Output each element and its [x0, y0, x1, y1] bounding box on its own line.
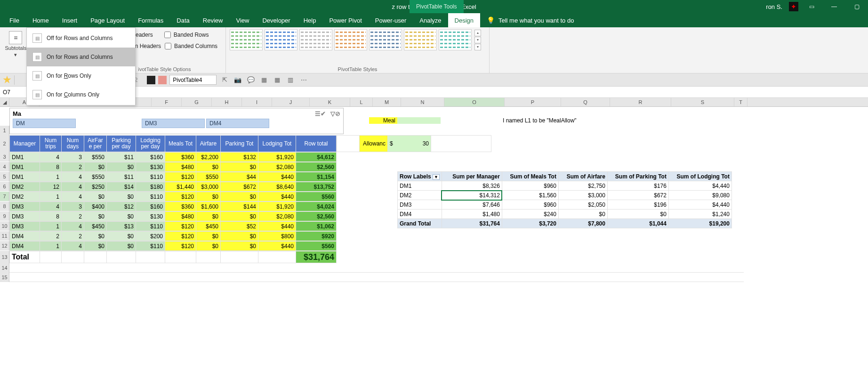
tab-powerpivot[interactable]: Power Pivot [322, 13, 368, 27]
cell[interactable]: $0 [221, 232, 258, 241]
cell[interactable]: $120 [165, 172, 196, 182]
cell[interactable]: $250 [84, 182, 107, 192]
cell[interactable]: 1 [40, 172, 62, 182]
col-header[interactable]: S [671, 98, 734, 106]
cell[interactable]: $2,080 [258, 162, 296, 172]
cell-meal-blank[interactable] [397, 117, 441, 124]
hdr-numdays[interactable]: Num days [62, 136, 84, 152]
color-swatch-pink[interactable] [158, 76, 167, 84]
pivot-cell[interactable]: $4,440 [668, 200, 731, 210]
cell[interactable]: $2,080 [258, 212, 296, 221]
hdr-parkingperday[interactable]: Parking per day [107, 136, 136, 152]
pivottable[interactable]: Row Labels ▼ Sum per Manager Sum of Meal… [397, 171, 732, 228]
cell[interactable]: $180 [136, 182, 165, 192]
style-thumb[interactable] [369, 29, 402, 50]
cell[interactable]: 2 [62, 232, 84, 241]
cell[interactable]: $360 [165, 153, 196, 162]
cell[interactable]: $0 [196, 242, 221, 251]
tab-pagelayout[interactable]: Page Layout [84, 13, 131, 27]
pivot-grand-label[interactable]: Grand Total [398, 219, 442, 228]
cell[interactable]: $110 [136, 192, 165, 202]
pivot-cell[interactable]: $7,646 [442, 200, 502, 210]
pivot-hdr[interactable]: Sum of Meals Tot [502, 172, 558, 181]
style-thumb[interactable] [334, 29, 367, 50]
cell[interactable]: $0 [221, 242, 258, 251]
restore-button[interactable]: ▢ [847, 0, 866, 13]
cell[interactable]: $560 [296, 192, 337, 202]
pivot-cell[interactable]: $672 [607, 191, 668, 200]
banded-columns-check[interactable]: Banded Columns [165, 42, 217, 50]
cell[interactable]: $450 [196, 222, 221, 231]
cell-meal-label2[interactable]: Allowanc [360, 136, 388, 152]
ribbon-display-options[interactable]: ▭ [802, 0, 821, 13]
pivot-cell[interactable]: DM3 [398, 200, 442, 210]
cell[interactable]: $130 [136, 162, 165, 172]
cell[interactable]: 1 [40, 222, 62, 231]
col-header[interactable]: J [272, 98, 310, 106]
cell[interactable]: $0 [84, 232, 107, 241]
tab-poweruser[interactable]: Power-user [369, 13, 413, 27]
cell[interactable]: $11 [107, 153, 136, 162]
qat-star-icon[interactable] [3, 76, 11, 84]
pivot-cell[interactable]: $0 [558, 210, 607, 219]
cell[interactable]: $1,062 [296, 222, 337, 231]
cell[interactable]: $0 [196, 212, 221, 221]
slicer-button[interactable]: DM3 [142, 119, 205, 128]
cell[interactable]: $0 [221, 212, 258, 221]
pivot-cell[interactable]: $2,050 [558, 200, 607, 210]
hdr-airfareper[interactable]: AirFar e per [84, 136, 107, 152]
pivot-rowlabels[interactable]: Row Labels ▼ [398, 172, 442, 181]
slicer-button[interactable]: DM [13, 119, 76, 128]
cell[interactable]: $160 [136, 202, 165, 211]
cell[interactable]: $0 [196, 162, 221, 172]
cell[interactable]: $130 [136, 212, 165, 221]
grand-totals-off[interactable]: ▤Off for Rows and Columns [27, 29, 135, 48]
cell[interactable]: $0 [107, 242, 136, 251]
pivot-grand-meals[interactable]: $3,720 [502, 219, 558, 228]
freeze2-icon[interactable]: ▦ [272, 75, 282, 85]
cell[interactable]: 4 [62, 242, 84, 251]
hdr-mealstot[interactable]: Meals Tot [165, 136, 196, 152]
cell[interactable]: $0 [107, 162, 136, 172]
col-header-active[interactable]: O [444, 98, 505, 106]
cell[interactable]: $560 [296, 242, 337, 251]
cell[interactable]: DM1 [10, 162, 40, 172]
cell[interactable]: DM2 [10, 192, 40, 202]
cell[interactable]: DM3 [10, 202, 40, 211]
cell[interactable]: 12 [40, 182, 62, 192]
tab-insert[interactable]: Insert [56, 13, 84, 27]
cell[interactable]: $440 [258, 172, 296, 182]
cell[interactable]: $440 [258, 192, 296, 202]
pivottable-name-box[interactable]: PivotTable4 [169, 75, 217, 85]
pivot-cell[interactable]: DM4 [398, 210, 442, 219]
cell[interactable]: $2,560 [296, 212, 337, 221]
pivot-hdr[interactable]: Sum of Lodging Tot [668, 172, 731, 181]
pivot-cell[interactable]: $8,326 [442, 181, 502, 191]
hdr-rowtotal[interactable]: Row total [296, 136, 337, 152]
hdr-lodgingperday[interactable]: Lodging per day [136, 136, 165, 152]
col-header[interactable]: I [242, 98, 272, 106]
cell[interactable]: $0 [107, 192, 136, 202]
select-all-triangle[interactable]: ◢ [0, 98, 9, 106]
subtotals-button[interactable]: ≡Subtotals▾ [4, 29, 28, 65]
cell[interactable]: $920 [296, 232, 337, 241]
cell[interactable]: $14 [107, 182, 136, 192]
tab-formulas[interactable]: Formulas [131, 13, 170, 27]
cell[interactable]: $0 [196, 232, 221, 241]
cell[interactable]: $0 [107, 212, 136, 221]
cell[interactable]: $3,000 [196, 182, 221, 192]
grand-totals-on-rows-cols[interactable]: ▤On for Rows and Columns [27, 48, 135, 66]
col-header[interactable]: N [401, 98, 444, 106]
cell[interactable]: 3 [62, 153, 84, 162]
pivot-grand-lodge[interactable]: $19,200 [668, 219, 731, 228]
grand-totals-on-cols[interactable]: ▤On for Columns Only [27, 85, 135, 104]
pivot-hdr[interactable]: Sum per Manager [442, 172, 502, 181]
freeze-icon[interactable]: ▦ [259, 75, 269, 85]
pivot-cell[interactable]: $2,750 [558, 181, 607, 191]
cell[interactable]: $120 [165, 242, 196, 251]
pivot-cell[interactable]: $14,312 [442, 191, 502, 200]
cell[interactable]: $0 [107, 232, 136, 241]
pivot-hdr[interactable]: Sum of Parking Tot [607, 172, 668, 181]
cell[interactable]: 4 [40, 153, 62, 162]
style-thumb[interactable] [439, 29, 472, 50]
